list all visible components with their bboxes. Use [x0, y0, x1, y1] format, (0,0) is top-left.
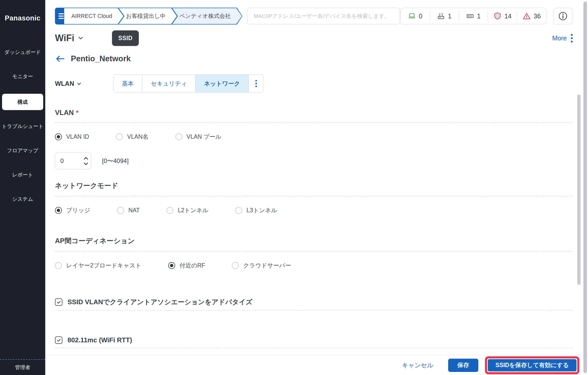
breadcrumb-item-cloud[interactable]: AIRRECT Cloud: [64, 8, 124, 25]
sidebar: Panasonic ダッシュボード モニター 構成 トラブルシュート フロアマッ…: [0, 0, 45, 375]
radio-button: [168, 262, 175, 269]
object-type-toolbar: WiFi SSID More: [55, 30, 573, 46]
tab-basic[interactable]: 基本: [114, 75, 142, 92]
wlan-tabs: 基本 セキュリティ ネットワーク: [113, 75, 264, 92]
cancel-button[interactable]: キャンセル: [402, 361, 433, 369]
sidebar-item-report[interactable]: レポート: [2, 169, 43, 180]
checkbox-label: 802.11mc (WiFi RTT): [67, 336, 132, 344]
sidebar-item-configuration[interactable]: 構成: [2, 94, 43, 110]
vlan-heading-text: VLAN: [55, 109, 74, 117]
status-access-points[interactable]: 1: [430, 10, 459, 22]
sidebar-item-troubleshoot[interactable]: トラブルシュート: [2, 121, 43, 132]
ssid-badge: SSID: [112, 30, 139, 46]
breadcrumb-item-organization[interactable]: ペンティオ株式会社: [172, 8, 243, 25]
wifi-dropdown[interactable]: WiFi: [55, 33, 82, 43]
back-arrow-icon: [55, 55, 65, 63]
search-input[interactable]: [247, 8, 400, 25]
check-icon: [56, 300, 61, 305]
ap-coordination-radio-group: レイヤー2ブロードキャスト 付近のRF クラウドサーバー: [55, 261, 573, 269]
tab-network[interactable]: ネットワーク: [196, 75, 249, 92]
shield-icon: [493, 12, 502, 20]
radio-button: [55, 262, 62, 269]
clients-count: 0: [419, 13, 422, 20]
sidebar-item-system[interactable]: システム: [2, 194, 43, 204]
checkbox-label: SSID VLANでクライアントアソシエーションをアドバタイズ: [67, 298, 252, 307]
status-alerts[interactable]: 36: [517, 10, 546, 22]
radio-vlan-pool[interactable]: VLAN プール: [175, 133, 222, 141]
section-divider: [55, 122, 573, 123]
back-button[interactable]: [55, 55, 65, 63]
vertical-ellipsis-icon: [255, 80, 257, 81]
stepper-down-icon[interactable]: [84, 161, 88, 165]
radio-layer2-broadcast[interactable]: レイヤー2ブロードキャスト: [55, 262, 141, 269]
status-security[interactable]: 14: [488, 10, 517, 22]
more-menu-button[interactable]: More: [552, 34, 573, 42]
breadcrumb-label: ペンティオ株式会社: [179, 12, 231, 20]
stepper-up-icon[interactable]: [84, 157, 88, 161]
ap-coordination-heading: AP間コーディネーション: [55, 236, 573, 245]
status-summary-bar: 0 1 1: [400, 8, 547, 25]
network-mode-radio-group: ブリッジ NAT L2トンネル L3トンネル: [55, 206, 573, 214]
panasonic-logo: Panasonic: [0, 14, 45, 22]
radio-button: [232, 262, 239, 269]
network-title-row: Pentio_Network: [55, 53, 573, 64]
page-scrollbar-thumb[interactable]: [583, 2, 587, 373]
radio-button: [55, 133, 62, 140]
vlan-section-heading: VLAN *: [55, 109, 573, 117]
vlan-id-input-row: [0〜4094]: [55, 153, 573, 169]
info-icon: [558, 11, 568, 21]
radio-button: [235, 207, 242, 214]
sidebar-item-floormap[interactable]: フロアマップ: [2, 145, 43, 156]
radio-label: L2トンネル: [178, 206, 208, 214]
section-divider: [55, 251, 573, 252]
radio-vlan-id[interactable]: VLAN ID: [55, 133, 89, 140]
info-button[interactable]: [553, 8, 573, 25]
breadcrumb-label: お客様貸出し中: [126, 12, 166, 20]
airrect-cloud-app: Panasonic ダッシュボード モニター 構成 トラブルシュート フロアマッ…: [0, 0, 588, 375]
network-mode-heading: ネットワークモード: [55, 181, 573, 190]
radio-nat[interactable]: NAT: [117, 207, 140, 214]
section-divider: [55, 196, 573, 196]
tab-security[interactable]: セキュリティ: [142, 75, 196, 92]
access-point-icon: [437, 12, 445, 20]
network-name: Pentio_Network: [71, 54, 131, 63]
required-asterisk: *: [76, 109, 79, 116]
sidebar-nav: ダッシュボード モニター 構成 トラブルシュート フロアマップ レポート システ…: [0, 47, 45, 204]
red-highlight-annotation: SSIDを保存して有効にする: [485, 356, 579, 374]
network-mode-heading-text: ネットワークモード: [55, 181, 118, 190]
radio-label: NAT: [128, 207, 140, 214]
switch-icon: [466, 12, 474, 20]
vlan-id-input[interactable]: [55, 157, 76, 165]
wifi-rtt-checkbox[interactable]: [55, 336, 62, 344]
radio-label: VLAN ID: [66, 133, 89, 140]
sidebar-item-dashboard[interactable]: ダッシュボード: [2, 47, 43, 57]
breadcrumb-item-tenant[interactable]: お客様貸出し中: [118, 8, 177, 25]
section-divider: [55, 348, 573, 348]
save-button[interactable]: 保存: [448, 359, 478, 372]
page-title: WiFi: [55, 33, 74, 43]
security-count: 14: [504, 13, 512, 20]
radio-label: L3トンネル: [246, 206, 277, 214]
admin-role-button[interactable]: 管理者: [0, 359, 45, 375]
breadcrumb-label: AIRRECT Cloud: [71, 13, 112, 19]
status-switches[interactable]: 1: [459, 10, 488, 22]
radio-bridge[interactable]: ブリッジ: [55, 206, 90, 214]
vlan-type-radio-group: VLAN ID VLAN名 VLAN プール: [55, 133, 573, 141]
number-stepper: [84, 158, 87, 165]
radio-button: [55, 207, 62, 214]
vlan-range-hint: [0〜4094]: [102, 157, 129, 165]
wlan-dropdown[interactable]: WLAN: [55, 80, 81, 87]
save-and-activate-ssid-button[interactable]: SSIDを保存して有効にする: [488, 359, 576, 371]
radio-l3-tunnel[interactable]: L3トンネル: [235, 206, 277, 214]
radio-cloud-server[interactable]: クラウドサーバー: [232, 262, 291, 269]
sidebar-item-monitor[interactable]: モニター: [2, 71, 43, 82]
tab-overflow-menu[interactable]: [249, 75, 264, 92]
content-scrollbar-thumb[interactable]: [577, 95, 581, 285]
footer-action-bar: キャンセル 保存 SSIDを保存して有効にする: [45, 355, 588, 375]
radio-nearby-rf[interactable]: 付近のRF: [168, 262, 205, 269]
section-divider: [55, 310, 573, 311]
radio-l2-tunnel[interactable]: L2トンネル: [166, 206, 208, 214]
status-clients[interactable]: 0: [401, 10, 430, 22]
radio-vlan-name[interactable]: VLAN名: [116, 133, 148, 141]
advertise-client-association-checkbox[interactable]: [55, 298, 62, 306]
